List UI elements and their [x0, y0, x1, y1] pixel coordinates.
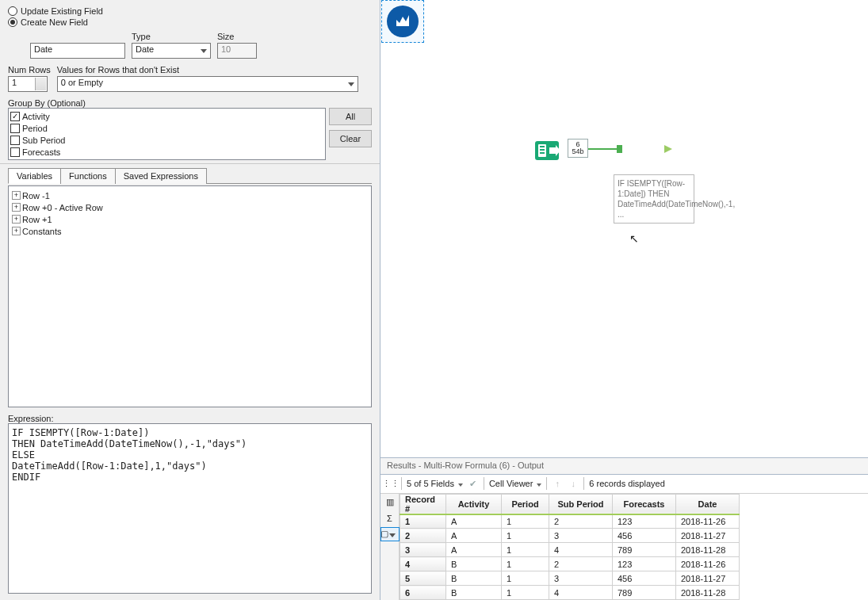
- cell[interactable]: 1: [502, 586, 549, 600]
- radio-update-existing[interactable]: Update Existing Field: [8, 6, 372, 16]
- workflow-canvas[interactable]: 654b IF ISEMPTY([Row-1:Date]) THEN DateT…: [380, 0, 868, 457]
- cell[interactable]: 1: [502, 543, 549, 557]
- tree-node[interactable]: +Row +0 - Active Row: [12, 201, 368, 213]
- checkbox-icon: [10, 147, 20, 157]
- radio-create-new[interactable]: Create New Field: [8, 17, 372, 27]
- expand-icon[interactable]: +: [12, 215, 21, 224]
- clear-button[interactable]: Clear: [329, 130, 372, 147]
- expand-icon[interactable]: +: [12, 227, 21, 235]
- expand-icon[interactable]: +: [12, 203, 21, 212]
- cell[interactable]: A: [446, 529, 502, 543]
- config-panel: Update Existing Field Create New Field D…: [0, 0, 380, 600]
- radio-label: Create New Field: [21, 17, 88, 27]
- fields-dropdown[interactable]: 5 of 5 Fields: [407, 479, 463, 488]
- view-data-icon[interactable]: ▢: [380, 527, 400, 541]
- cell[interactable]: 2: [400, 529, 446, 543]
- expression-editor[interactable]: IF ISEMPTY([Row-1:Date]) THEN DateTimeAd…: [8, 423, 372, 594]
- missing-select[interactable]: 0 or Empty: [57, 76, 358, 92]
- group-item-period[interactable]: Period: [10, 122, 323, 134]
- group-item-subperiod[interactable]: Sub Period: [10, 134, 323, 146]
- cell[interactable]: 2018-11-26: [676, 557, 740, 571]
- cell[interactable]: 1: [502, 529, 549, 543]
- check-icon[interactable]: ✔: [468, 478, 479, 489]
- checkbox-icon: [10, 136, 20, 145]
- connection-record-badge: 654b: [568, 139, 588, 158]
- cell[interactable]: 1: [502, 514, 549, 529]
- tab-saved-expressions[interactable]: Saved Expressions: [115, 168, 207, 184]
- tab-functions[interactable]: Functions: [60, 168, 116, 184]
- cell[interactable]: 3: [549, 571, 613, 586]
- cell[interactable]: B: [446, 557, 502, 571]
- field-name-input[interactable]: Date: [30, 43, 125, 59]
- cell[interactable]: B: [446, 586, 502, 600]
- cell[interactable]: 123: [613, 514, 676, 529]
- cell[interactable]: 1: [400, 514, 446, 529]
- tree-node[interactable]: +Row +1: [12, 213, 368, 225]
- tree-node[interactable]: +Row -1: [12, 189, 368, 201]
- cell[interactable]: 2018-11-26: [676, 514, 740, 529]
- input-data-tool[interactable]: [532, 135, 564, 166]
- cell[interactable]: 2: [549, 514, 613, 529]
- cell[interactable]: 4: [549, 586, 613, 600]
- missing-label: Values for Rows that don't Exist: [57, 65, 372, 75]
- expand-icon[interactable]: +: [12, 191, 21, 200]
- cell[interactable]: 123: [613, 557, 676, 571]
- cell[interactable]: 456: [613, 529, 676, 543]
- cell[interactable]: 1: [502, 557, 549, 571]
- cell[interactable]: 2018-11-27: [676, 529, 740, 543]
- cell[interactable]: 2018-11-28: [676, 586, 740, 600]
- col-forecasts[interactable]: Forecasts: [613, 494, 676, 514]
- variables-tree[interactable]: +Row -1 +Row +0 - Active Row +Row +1 +Co…: [8, 185, 372, 407]
- cell[interactable]: 4: [400, 557, 446, 571]
- cell[interactable]: 1: [502, 571, 549, 586]
- cell[interactable]: 2018-11-28: [676, 543, 740, 557]
- checkbox-icon: [10, 124, 20, 133]
- results-grid[interactable]: Record # Activity Period Sub Period Fore…: [400, 494, 740, 601]
- cell[interactable]: 2018-11-27: [676, 571, 740, 586]
- input-anchor[interactable]: [617, 145, 622, 153]
- radio-icon: [8, 17, 17, 27]
- type-select[interactable]: Date: [132, 43, 211, 59]
- all-button[interactable]: All: [329, 108, 372, 125]
- cell[interactable]: B: [446, 571, 502, 586]
- cell[interactable]: A: [446, 514, 502, 529]
- menu-icon[interactable]: ⋮⋮: [385, 478, 396, 489]
- col-period[interactable]: Period: [502, 494, 549, 514]
- col-date[interactable]: Date: [676, 494, 740, 514]
- arrow-down-icon[interactable]: ↓: [568, 478, 579, 489]
- cell[interactable]: 3: [549, 529, 613, 543]
- table-row[interactable]: 6B147892018-11-28: [400, 586, 740, 600]
- cell[interactable]: 789: [613, 543, 676, 557]
- num-rows-spinner[interactable]: 1: [8, 76, 48, 92]
- view-table-icon[interactable]: ▥: [383, 495, 397, 510]
- group-by-label: Group By (Optional): [8, 98, 86, 108]
- group-item-activity[interactable]: Activity: [10, 110, 323, 122]
- col-subperiod[interactable]: Sub Period: [549, 494, 613, 514]
- view-sigma-icon[interactable]: Σ: [383, 511, 397, 525]
- table-row[interactable]: 2A134562018-11-27: [400, 529, 740, 543]
- cell[interactable]: 2: [549, 557, 613, 571]
- table-row[interactable]: 4B121232018-11-26: [400, 557, 740, 571]
- cell[interactable]: 5: [400, 571, 446, 586]
- tree-node[interactable]: +Constants: [12, 225, 368, 237]
- cell[interactable]: 4: [549, 543, 613, 557]
- cell[interactable]: 6: [400, 586, 446, 600]
- table-row[interactable]: 3A147892018-11-28: [400, 543, 740, 557]
- cell[interactable]: 3: [400, 543, 446, 557]
- svg-rect-2: [540, 146, 545, 147]
- output-anchor[interactable]: [664, 145, 672, 153]
- size-input: 10: [217, 43, 257, 59]
- col-record[interactable]: Record #: [400, 494, 446, 514]
- multi-row-formula-tool[interactable]: [381, 0, 424, 43]
- arrow-up-icon[interactable]: ↑: [552, 478, 563, 489]
- cell[interactable]: A: [446, 543, 502, 557]
- cell[interactable]: 789: [613, 586, 676, 600]
- tab-variables[interactable]: Variables: [8, 168, 61, 184]
- table-row[interactable]: 5B134562018-11-27: [400, 571, 740, 586]
- col-activity[interactable]: Activity: [446, 494, 502, 514]
- cell-viewer-dropdown[interactable]: Cell Viewer: [489, 479, 541, 488]
- table-row[interactable]: 1A121232018-11-26: [400, 514, 740, 529]
- group-by-list: Activity Period Sub Period Forecasts: [8, 108, 326, 160]
- cell[interactable]: 456: [613, 571, 676, 586]
- group-item-forecasts[interactable]: Forecasts: [10, 146, 323, 158]
